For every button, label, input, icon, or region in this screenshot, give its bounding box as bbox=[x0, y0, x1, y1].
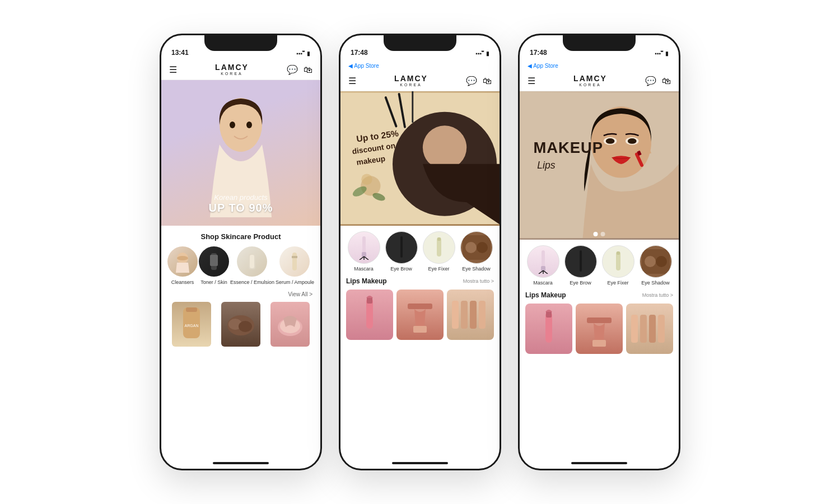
svg-point-42 bbox=[477, 242, 488, 253]
phone-3-status-icons: ▪▪▪ ᪲ ▮ bbox=[655, 50, 669, 57]
banner-promo-large: UP TO 90% bbox=[172, 202, 309, 214]
brand-logo-3: LAMCY KOREA bbox=[573, 74, 607, 87]
menu-icon-2[interactable]: ☰ bbox=[348, 76, 356, 86]
hero-banner-text: Korean products UP TO 90% bbox=[172, 193, 309, 214]
product-blush-image bbox=[270, 302, 310, 347]
nav-right-3: 💬 🛍 bbox=[645, 76, 671, 86]
eyebrow-circle-2 bbox=[385, 231, 418, 264]
lips-viewall-2[interactable]: Mostra tutto > bbox=[463, 278, 494, 284]
makeup-banner-svg: Up to 25% discount on makeup bbox=[340, 91, 500, 226]
lips-prod-3-3[interactable] bbox=[626, 304, 673, 354]
app-store-bar-2[interactable]: ◀ App Store bbox=[340, 60, 500, 71]
eyeshadow-circle-2 bbox=[460, 231, 493, 264]
svg-line-36 bbox=[364, 256, 368, 260]
svg-point-2 bbox=[246, 122, 252, 128]
chat-icon-2[interactable]: 💬 bbox=[466, 76, 477, 86]
category-serum[interactable]: Serum / Ampoule bbox=[276, 246, 314, 286]
product-compact[interactable] bbox=[216, 302, 265, 347]
svg-rect-24 bbox=[412, 91, 413, 123]
cat-eyeshadow-2[interactable]: Eye Shadow bbox=[460, 231, 493, 272]
cleansers-image bbox=[167, 246, 198, 277]
slide-dots bbox=[594, 232, 605, 236]
serum-circle bbox=[279, 246, 310, 277]
eyeshadow-circle-3 bbox=[640, 245, 672, 278]
lips-prod-2-2[interactable] bbox=[396, 290, 444, 340]
phone-2-time: 17:48 bbox=[351, 49, 368, 57]
phone-1-notch bbox=[204, 35, 277, 51]
svg-rect-48 bbox=[461, 301, 468, 329]
dot-1 bbox=[594, 232, 598, 236]
toner-image bbox=[199, 246, 229, 277]
phone-3-content: MAKEUP Lips Mascara bbox=[520, 91, 679, 470]
lips-person-image: MAKEUP Lips bbox=[520, 91, 679, 240]
svg-rect-11 bbox=[183, 307, 200, 338]
svg-rect-46 bbox=[413, 326, 427, 333]
phone-3-home-indicator bbox=[571, 462, 627, 464]
brand-name-3: LAMCY bbox=[573, 74, 607, 83]
lips-header-3: Lips Makeup Mostra tutto > bbox=[525, 291, 673, 299]
lips-header-2: Lips Makeup Mostra tutto > bbox=[346, 277, 494, 285]
lips-prod-3-2[interactable] bbox=[447, 290, 494, 340]
lips-banner-svg: MAKEUP Lips bbox=[520, 91, 679, 240]
app-store-back-2[interactable]: ◀ App Store bbox=[348, 63, 379, 69]
bag-icon[interactable]: 🛍 bbox=[304, 65, 312, 75]
cat-eyeshadow-3[interactable]: Eye Shadow bbox=[640, 245, 672, 286]
battery-icon: ▮ bbox=[307, 50, 310, 57]
brand-name-2: LAMCY bbox=[394, 74, 428, 83]
svg-point-70 bbox=[645, 256, 656, 267]
signal-icon: ▪▪▪ bbox=[296, 50, 302, 57]
brand-sub-3: KOREA bbox=[573, 83, 607, 87]
app-store-bar-3[interactable]: ◀ App Store bbox=[520, 60, 679, 71]
lips-prod-1-3[interactable] bbox=[525, 304, 572, 354]
menu-icon[interactable]: ☰ bbox=[169, 64, 177, 75]
product-blush[interactable] bbox=[265, 302, 315, 347]
svg-line-65 bbox=[543, 270, 548, 274]
phone-1-home-indicator bbox=[213, 462, 269, 464]
cat-mascara-2[interactable]: Mascara bbox=[348, 231, 380, 272]
mascara-label-3: Mascara bbox=[533, 280, 553, 286]
lips-prod-2-3[interactable] bbox=[576, 304, 623, 354]
svg-text:MAKEUP: MAKEUP bbox=[533, 139, 603, 157]
hero-banner-makeup: Up to 25% discount on makeup bbox=[340, 91, 500, 226]
cat-mascara-3[interactable]: Mascara bbox=[527, 245, 559, 286]
mascara-label-2: Mascara bbox=[354, 266, 374, 272]
phone-3-nav-bar: ☰ LAMCY KOREA 💬 🛍 bbox=[520, 71, 679, 91]
skincare-category-grid: Cleansers Toner / Skin bbox=[161, 246, 320, 286]
lips-prod-1-2[interactable] bbox=[346, 290, 393, 340]
lips-viewall-3[interactable]: Mostra tutto > bbox=[642, 292, 673, 298]
chat-icon[interactable]: 💬 bbox=[287, 64, 298, 75]
eyebrow-circle-3 bbox=[564, 245, 597, 278]
lips-title-3: Lips Makeup bbox=[525, 291, 566, 299]
phone-2: 17:48 ▪▪▪ ᪲ ▮ ◀ App Store ☰ LAMCY KOREA … bbox=[339, 34, 501, 470]
cat-eyebrow-3[interactable]: Eye Brow bbox=[564, 245, 597, 286]
category-toner[interactable]: Toner / Skin bbox=[199, 246, 229, 286]
app-store-back-3[interactable]: ◀ App Store bbox=[528, 63, 558, 69]
phone-1: 13:41 ▪▪▪ ᪲ ▮ ☰ LAMCY KOREA 💬 🛍 bbox=[160, 34, 322, 470]
chat-icon-3[interactable]: 💬 bbox=[645, 76, 656, 86]
svg-point-4 bbox=[177, 256, 188, 260]
essence-circle bbox=[237, 246, 267, 277]
menu-icon-3[interactable]: ☰ bbox=[528, 76, 535, 86]
view-all-link[interactable]: View All > bbox=[161, 290, 320, 302]
nav-left-2: ☰ bbox=[348, 76, 356, 86]
dot-2 bbox=[601, 232, 605, 236]
lips-title-2: Lips Makeup bbox=[346, 277, 387, 285]
svg-rect-9 bbox=[292, 253, 297, 270]
hero-banner-lips: MAKEUP Lips bbox=[520, 91, 679, 240]
battery-icon-2: ▮ bbox=[486, 50, 489, 57]
cat-fixer-2[interactable]: Eye Fixer bbox=[423, 231, 455, 272]
bag-icon-3[interactable]: 🛍 bbox=[662, 76, 671, 86]
nav-right-2: 💬 🛍 bbox=[466, 76, 492, 86]
phone-3: 17:48 ▪▪▪ ᪲ ▮ ◀ App Store ☰ LAMCY KOREA … bbox=[518, 34, 680, 470]
product-tube[interactable]: ARGAN bbox=[167, 302, 216, 347]
category-cleansers[interactable]: Cleansers bbox=[167, 246, 198, 286]
svg-rect-68 bbox=[617, 251, 620, 255]
category-essence[interactable]: Essence / Emulsion bbox=[230, 246, 274, 286]
cat-eyebrow-2[interactable]: Eye Brow bbox=[385, 231, 418, 272]
serum-image bbox=[279, 246, 310, 277]
bag-icon-2[interactable]: 🛍 bbox=[483, 76, 492, 86]
serum-label: Serum / Ampoule bbox=[276, 279, 314, 286]
skincare-product-row: ARGAN bbox=[161, 302, 320, 347]
svg-text:Lips: Lips bbox=[537, 160, 555, 171]
cat-fixer-3[interactable]: Eye Fixer bbox=[602, 245, 634, 286]
